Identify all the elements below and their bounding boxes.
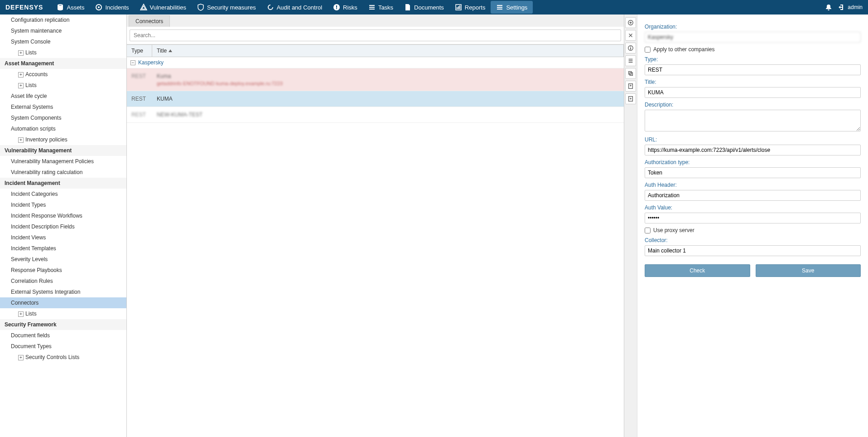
svg-point-17	[630, 47, 631, 48]
label-url: URL:	[645, 136, 861, 143]
organization-field[interactable]	[645, 32, 861, 43]
nav-vulnerabilities[interactable]: Vulnerabilities	[135, 1, 192, 14]
auth-value-field[interactable]	[645, 213, 861, 223]
nav-audit[interactable]: Audit and Control	[261, 1, 328, 14]
expand-icon[interactable]: +	[18, 355, 24, 360]
copy-button[interactable]	[625, 68, 636, 79]
nav-security-measures[interactable]: Security measures	[192, 1, 261, 14]
auth-header-field[interactable]	[645, 190, 861, 201]
info-button[interactable]	[625, 43, 636, 53]
tab-connectors[interactable]: Connectors	[129, 15, 170, 27]
sidebar-item-document-fields[interactable]: Document fields	[0, 330, 126, 341]
title-field[interactable]	[645, 87, 861, 98]
brand-logo: DEFENSYS	[5, 4, 43, 11]
expand-icon[interactable]: +	[18, 311, 24, 317]
expand-icon[interactable]: +	[18, 83, 24, 88]
sidebar-item-accounts[interactable]: +Accounts	[0, 69, 126, 80]
user-menu[interactable]: admin	[838, 4, 863, 11]
details-panel: Organization: Apply to other companies T…	[637, 15, 868, 437]
import-button[interactable]	[625, 93, 636, 104]
sidebar-item-security-framework[interactable]: Security Framework	[0, 319, 126, 330]
sidebar-item-severity-levels[interactable]: Severity Levels	[0, 254, 126, 265]
svg-rect-12	[497, 5, 502, 6]
plus-icon	[627, 19, 634, 26]
url-field[interactable]	[645, 145, 861, 155]
sidebar-item-incident-categories[interactable]: Incident Categories	[0, 189, 126, 199]
export-button[interactable]	[625, 81, 636, 92]
auth-type-select[interactable]: Token	[645, 167, 861, 178]
database-icon	[57, 4, 64, 11]
group-row-kaspersky[interactable]: − Kaspersky	[127, 57, 624, 68]
label-title: Title:	[645, 79, 861, 85]
table-row[interactable]: RESTKUMA	[127, 91, 624, 107]
apply-other-checkbox[interactable]	[645, 47, 651, 53]
nav-assets[interactable]: Assets	[51, 1, 90, 14]
sidebar-item-response-playbooks[interactable]: Response Playbooks	[0, 265, 126, 276]
target-icon	[95, 4, 102, 11]
save-button[interactable]: Save	[756, 264, 861, 277]
check-button[interactable]: Check	[645, 264, 750, 277]
delete-button[interactable]	[625, 30, 636, 41]
description-field[interactable]	[645, 110, 861, 131]
list-icon	[368, 4, 376, 11]
sidebar-item-incident-description-fields[interactable]: Incident Description Fields	[0, 221, 126, 232]
sidebar-item-asset-life-cycle[interactable]: Asset life cycle	[0, 91, 126, 102]
bell-icon[interactable]	[825, 4, 832, 11]
grid-header: Type Title	[127, 44, 624, 57]
sidebar-item-lists[interactable]: +Lists	[0, 47, 126, 58]
nav-incidents[interactable]: Incidents	[90, 1, 134, 14]
expand-icon[interactable]: +	[18, 72, 24, 78]
sidebar-item-configuration-replication[interactable]: Configuration replication	[0, 15, 126, 25]
table-row[interactable]: RESTKumagetaddrinfo ENOTFOUND kuma-deplo…	[127, 68, 624, 91]
sidebar-item-incident-response-workflows[interactable]: Incident Response Workflows	[0, 210, 126, 221]
nav-reports[interactable]: Reports	[449, 1, 491, 14]
sidebar-item-lists[interactable]: +Lists	[0, 80, 126, 91]
search-input[interactable]	[130, 29, 621, 41]
sidebar-item-system-console[interactable]: System Console	[0, 36, 126, 47]
lines-icon	[627, 58, 634, 64]
expand-icon[interactable]: +	[18, 50, 24, 56]
nav-documents[interactable]: Documents	[399, 1, 449, 14]
sidebar-item-inventory-policies[interactable]: +Inventory policies	[0, 134, 126, 145]
col-type[interactable]: Type	[127, 45, 152, 57]
sidebar-item-vulnerability-management[interactable]: Vulnerability Management	[0, 145, 126, 156]
collector-select[interactable]: Main collector 1	[645, 245, 861, 256]
collapse-icon[interactable]: −	[130, 60, 135, 65]
svg-rect-18	[630, 48, 631, 49]
svg-point-1	[98, 6, 100, 8]
table-row[interactable]: RESTNEW-KUMA-TEST	[127, 107, 624, 123]
col-title[interactable]: Title	[152, 45, 624, 57]
label-use-proxy: Use proxy server	[653, 227, 694, 233]
nav-risks[interactable]: Risks	[328, 1, 363, 14]
expand-icon[interactable]: +	[18, 137, 24, 143]
sidebar-item-document-types[interactable]: Document Types	[0, 341, 126, 352]
add-button[interactable]	[625, 17, 636, 28]
sidebar-item-connectors[interactable]: Connectors	[0, 297, 126, 308]
sidebar-item-incident-types[interactable]: Incident Types	[0, 199, 126, 210]
sidebar-item-incident-templates[interactable]: Incident Templates	[0, 243, 126, 254]
type-select[interactable]: REST	[645, 64, 861, 75]
sidebar-item-lists[interactable]: +Lists	[0, 308, 126, 319]
use-proxy-checkbox[interactable]	[645, 228, 651, 233]
sidebar-item-security-controls-lists[interactable]: +Security Controls Lists	[0, 352, 126, 363]
sidebar-item-automation-scripts[interactable]: Automation scripts	[0, 123, 126, 134]
label-auth-value: Auth Value:	[645, 204, 861, 211]
sidebar-item-system-components[interactable]: System Components	[0, 112, 126, 123]
alert-icon	[333, 4, 340, 11]
sidebar-item-vulnerability-rating-calculation[interactable]: Vulnerability rating calculation	[0, 167, 126, 178]
sidebar-item-correlation-rules[interactable]: Correlation Rules	[0, 276, 126, 286]
nav-tasks[interactable]: Tasks	[363, 1, 399, 14]
sidebar-item-incident-views[interactable]: Incident Views	[0, 232, 126, 243]
sidebar-item-external-systems[interactable]: External Systems	[0, 102, 126, 112]
nav-settings[interactable]: Settings	[491, 1, 533, 14]
svg-rect-4	[336, 8, 337, 9]
sidebar-item-external-systems-integration[interactable]: External Systems Integration	[0, 286, 126, 297]
sidebar-item-incident-management[interactable]: Incident Management	[0, 178, 126, 189]
svg-rect-7	[369, 9, 375, 10]
label-type: Type:	[645, 56, 861, 63]
sidebar-item-asset-management[interactable]: Asset Management	[0, 58, 126, 69]
sidebar-item-system-maintenance[interactable]: System maintenance	[0, 25, 126, 36]
sidebar-item-vulnerability-management-policies[interactable]: Vulnerability Management Policies	[0, 156, 126, 167]
list-button[interactable]	[625, 55, 636, 66]
nav-items: Assets Incidents Vulnerabilities Securit…	[51, 1, 533, 14]
